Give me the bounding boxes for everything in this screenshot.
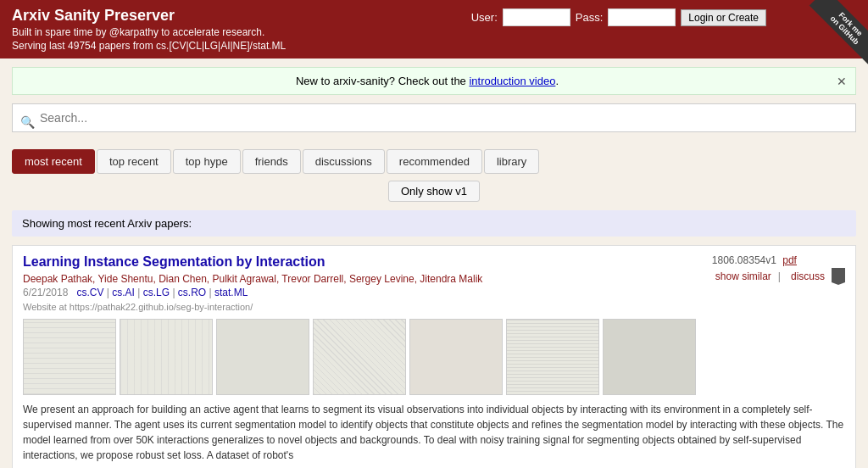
- thumb-1: [23, 319, 116, 395]
- filter-row: Only show v1: [12, 181, 856, 202]
- notification-bar: New to arxiv-sanity? Check out the intro…: [12, 67, 856, 95]
- notification-text: New to arxiv-sanity? Check out the: [296, 75, 469, 87]
- pass-input[interactable]: [608, 8, 676, 26]
- show-similar-link[interactable]: show similar: [715, 270, 771, 282]
- thumb-5: [409, 319, 503, 395]
- main-content: New to arxiv-sanity? Check out the intro…: [0, 58, 868, 468]
- author-3[interactable]: Dian Chen: [159, 273, 207, 285]
- tab-library[interactable]: library: [484, 149, 539, 174]
- tab-top-hype[interactable]: top hype: [173, 149, 241, 174]
- author-4[interactable]: Pulkit Agrawal: [213, 273, 276, 285]
- thumb-4: [313, 319, 406, 395]
- pipe-separator: |: [778, 270, 781, 282]
- thumb-3: [216, 319, 309, 395]
- pass-label: Pass:: [576, 11, 604, 24]
- paper-tags: 6/21/2018 cs.CV | cs.AI | cs.LG | cs.RO …: [23, 287, 845, 298]
- status-text: Showing most recent Arxiv papers:: [22, 217, 192, 230]
- search-wrapper: 🔍: [12, 103, 856, 141]
- notification-suffix: .: [555, 75, 559, 87]
- tab-most-recent[interactable]: most recent: [12, 149, 95, 174]
- thumb-7: [603, 319, 696, 395]
- author-1[interactable]: Deepak Pathak: [23, 273, 92, 285]
- tab-recommended[interactable]: recommended: [387, 149, 482, 174]
- tag-cs-ro[interactable]: cs.RO: [178, 287, 206, 298]
- author-2[interactable]: Yide Shentu: [98, 273, 153, 285]
- author-6[interactable]: Sergey Levine: [349, 273, 415, 285]
- paper-abstract: We present an approach for building an a…: [23, 402, 845, 463]
- tab-top-recent[interactable]: top recent: [97, 149, 171, 174]
- tab-friends[interactable]: friends: [242, 149, 301, 174]
- tag-cs-cv[interactable]: cs.CV: [76, 287, 103, 298]
- paper-url: Website at https://pathak22.github.io/se…: [23, 302, 845, 312]
- paper-thumbnails: [23, 319, 845, 395]
- paper-date: 6/21/2018: [23, 287, 68, 298]
- user-label: User:: [471, 11, 498, 24]
- user-input[interactable]: [503, 8, 570, 26]
- site-subtitle1: Built in spare time by @karpathy to acce…: [12, 26, 856, 38]
- login-button[interactable]: Login or Create: [681, 9, 766, 26]
- search-icon: 🔍: [20, 115, 35, 129]
- save-icon[interactable]: [832, 268, 845, 285]
- author-5[interactable]: Trevor Darrell: [281, 273, 343, 285]
- only-show-v1-button[interactable]: Only show v1: [388, 181, 480, 202]
- tab-bar: most recent top recent top hype friends …: [12, 149, 856, 174]
- pdf-link[interactable]: pdf: [782, 254, 797, 266]
- notification-close-button[interactable]: ✕: [837, 75, 847, 88]
- tag-stat-ml[interactable]: stat.ML: [214, 287, 248, 298]
- tag-cs-ai[interactable]: cs.AI: [112, 287, 135, 298]
- header: User: Pass: Login or Create Arxiv Sanity…: [0, 0, 868, 58]
- search-input[interactable]: [12, 103, 856, 132]
- tag-cs-lg[interactable]: cs.LG: [143, 287, 170, 298]
- paper-meta-right: 1806.08354v1 pdf show similar | discuss: [712, 254, 845, 285]
- status-bar: Showing most recent Arxiv papers:: [12, 210, 856, 237]
- thumb-2: [120, 319, 213, 395]
- thumb-6: [506, 319, 599, 395]
- tab-discussions[interactable]: discussions: [303, 149, 385, 174]
- site-subtitle2: Serving last 49754 papers from cs.[CV|CL…: [12, 40, 856, 52]
- author-7[interactable]: Jitendra Malik: [420, 273, 482, 285]
- discuss-link[interactable]: discuss: [791, 270, 825, 282]
- paper-actions: show similar | discuss: [712, 268, 845, 285]
- arxiv-id: 1806.08354v1: [712, 254, 776, 266]
- auth-controls: User: Pass: Login or Create: [471, 8, 766, 26]
- intro-video-link[interactable]: introduction video: [469, 75, 555, 87]
- paper-card: 1806.08354v1 pdf show similar | discuss …: [12, 245, 856, 468]
